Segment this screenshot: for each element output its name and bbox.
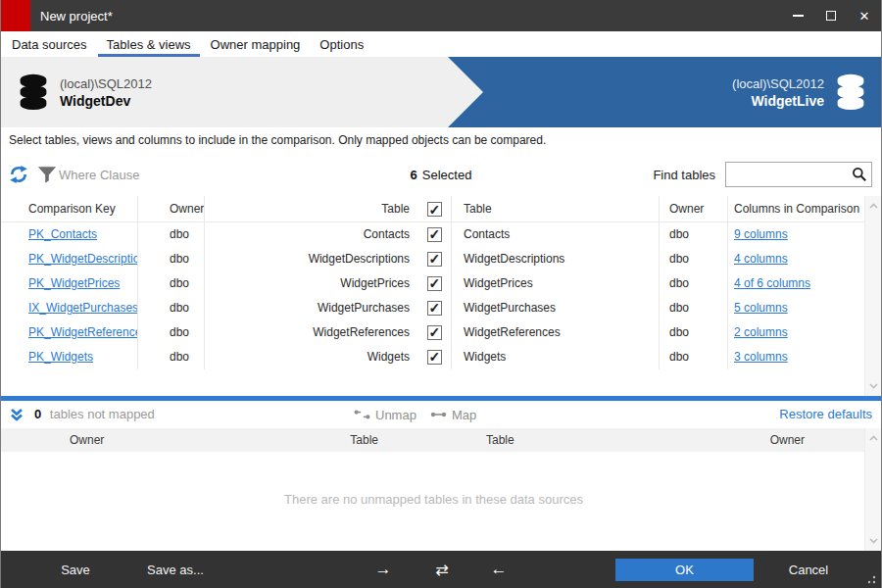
row-checkbox[interactable] — [427, 301, 442, 316]
source-database-name: WidgetDev — [60, 93, 152, 109]
unmap-button[interactable]: Unmap — [354, 401, 416, 428]
table-left-cell: WidgetDescriptions — [205, 247, 417, 271]
tab[interactable]: Tables & views — [98, 31, 200, 57]
close-button[interactable]: ✕ — [848, 0, 881, 31]
search-icon[interactable] — [852, 167, 867, 182]
source-database: (local)\SQL2012 WidgetDev — [1, 57, 485, 127]
header-columns[interactable]: Columns in Comparison — [728, 196, 866, 221]
table-left-cell: WidgetPurchases — [205, 296, 417, 320]
minimize-button[interactable] — [781, 0, 814, 31]
header-owner-left[interactable]: Owner — [1, 428, 197, 452]
columns-cell: 4 of 6 columns — [728, 271, 866, 296]
save-as-button[interactable]: Save as... — [147, 551, 204, 588]
row-checkbox[interactable] — [427, 325, 442, 340]
not-mapped-count: 0 — [34, 407, 41, 421]
table-right-cell: WidgetReferences — [452, 320, 660, 345]
database-band: (local)\SQL2012 WidgetLive (local)\SQL20… — [1, 57, 881, 127]
columns-cell: 4 columns — [728, 247, 866, 271]
unmapped-grid-header: Owner Table Table Owner — [1, 428, 866, 452]
columns-cell: 9 columns — [728, 222, 866, 247]
header-table-left[interactable]: Table — [205, 196, 417, 221]
maximize-icon — [826, 11, 836, 21]
find-tables-label: Find tables — [653, 168, 715, 182]
columns-link[interactable]: 3 columns — [734, 350, 788, 364]
row-checkbox[interactable] — [427, 276, 442, 291]
comparison-key-link[interactable]: PK_WidgetReferences — [28, 325, 138, 339]
tab-label: Owner mapping — [211, 37, 301, 52]
table-left-cell: Contacts — [205, 222, 417, 247]
row-checkbox[interactable] — [427, 227, 442, 242]
tab-label: Options — [319, 37, 364, 52]
columns-link[interactable]: 4 columns — [734, 252, 788, 266]
comparison-key-cell: PK_WidgetDescriptions — [1, 247, 138, 271]
header-table-right[interactable]: Table — [452, 196, 660, 221]
map-button[interactable]: Map — [430, 401, 476, 428]
owner-left-cell: dbo — [138, 320, 205, 345]
restore-defaults-link[interactable]: Restore defaults — [779, 401, 872, 428]
row-checkbox[interactable] — [427, 252, 442, 267]
target-server: (local)\SQL2012 — [732, 76, 824, 91]
tab[interactable]: Data sources — [3, 31, 96, 57]
scroll-down-icon[interactable] — [865, 533, 881, 549]
expand-pane-button[interactable] — [10, 408, 24, 424]
unmap-icon — [354, 409, 370, 420]
columns-link[interactable]: 2 columns — [734, 325, 788, 339]
owner-left-cell: dbo — [138, 222, 205, 247]
tab[interactable]: Options — [311, 31, 372, 57]
new-project-window: New project* ✕ Data sourcesTables & view… — [0, 0, 882, 588]
checkbox-cell — [417, 345, 452, 369]
maximize-button[interactable] — [814, 0, 848, 31]
swap-arrows-icon[interactable]: ⇄ — [435, 551, 448, 588]
columns-cell: 5 columns — [728, 296, 866, 320]
owner-right-cell: dbo — [660, 247, 728, 271]
row-checkbox[interactable] — [427, 350, 442, 365]
tab-bar: Data sourcesTables & viewsOwner mappingO… — [1, 31, 881, 57]
not-mapped-status: 0 tables not mapped — [34, 401, 155, 428]
resize-grip[interactable] — [867, 575, 876, 584]
tab[interactable]: Owner mapping — [202, 31, 310, 57]
cancel-button[interactable]: Cancel — [789, 551, 828, 588]
scroll-up-icon[interactable] — [865, 198, 881, 214]
titlebar: New project* ✕ — [1, 0, 881, 31]
header-table-right[interactable]: Table — [378, 428, 672, 452]
not-mapped-label: tables not mapped — [50, 407, 155, 421]
bottom-grid-scrollbar[interactable] — [864, 428, 881, 551]
comparison-key-link[interactable]: IX_WidgetPurchases — [28, 301, 138, 315]
owner-left-cell: dbo — [138, 271, 205, 296]
header-owner-right[interactable]: Owner — [672, 428, 866, 452]
table-row: PK_WidgetDescriptions dbo WidgetDescript… — [1, 247, 866, 271]
save-button[interactable]: Save — [61, 551, 90, 588]
header-comparison-key[interactable]: Comparison Key — [1, 196, 138, 221]
comparison-key-cell: PK_Widgets — [1, 345, 138, 369]
arrow-right-icon[interactable]: → — [375, 551, 392, 588]
ok-button[interactable]: OK — [615, 559, 754, 581]
arrow-left-icon[interactable]: ← — [491, 551, 508, 588]
table-row: PK_WidgetReferences dbo WidgetReferences… — [1, 320, 866, 345]
comparison-key-link[interactable]: PK_WidgetDescriptions — [28, 252, 138, 266]
owner-left-cell: dbo — [138, 296, 205, 320]
owner-right-cell: dbo — [660, 345, 728, 369]
columns-link[interactable]: 5 columns — [734, 301, 788, 315]
columns-link[interactable]: 9 columns — [734, 227, 788, 241]
minimize-icon — [793, 15, 804, 17]
comparison-key-link[interactable]: PK_WidgetPrices — [28, 276, 120, 290]
scroll-down-icon[interactable] — [865, 378, 881, 394]
top-grid-scrollbar[interactable] — [864, 196, 881, 396]
find-tables-input[interactable] — [725, 162, 872, 187]
checkbox-cell — [417, 271, 452, 296]
comparison-key-cell: PK_WidgetPrices — [1, 271, 138, 296]
comparison-key-link[interactable]: PK_Contacts — [28, 227, 97, 241]
header-owner-right[interactable]: Owner — [660, 196, 728, 221]
scroll-up-icon[interactable] — [865, 430, 881, 446]
columns-link[interactable]: 4 of 6 columns — [734, 276, 810, 290]
table-row: PK_WidgetPrices dbo WidgetPrices WidgetP… — [1, 271, 866, 296]
toolbar: Where Clause 6 Selected Find tables — [1, 153, 881, 196]
instruction-text: Select tables, views and columns to incl… — [1, 127, 881, 153]
empty-message: There are no unmapped tables in these da… — [284, 492, 583, 507]
map-label: Map — [452, 408, 476, 422]
header-owner-left[interactable]: Owner — [138, 196, 205, 221]
header-table-left[interactable]: Table — [197, 428, 378, 452]
comparison-key-link[interactable]: PK_Widgets — [28, 350, 93, 364]
select-all-checkbox[interactable] — [427, 202, 442, 217]
table-left-cell: WidgetReferences — [205, 320, 417, 345]
